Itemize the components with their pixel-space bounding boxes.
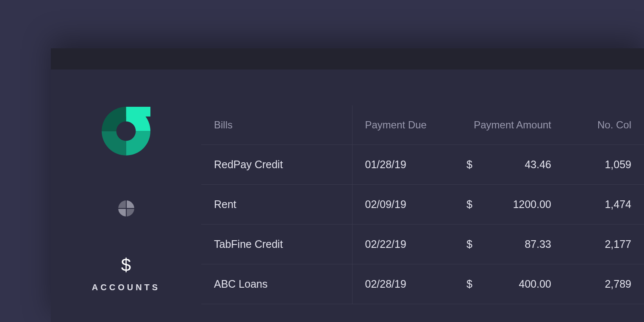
svg-rect-0 [126,107,151,117]
currency-symbol: $ [466,198,472,211]
cell-payment-amount: $1200.00 [454,185,551,225]
bills-table: Bills Payment Due Payment Amount No. Col… [201,105,644,304]
cell-bills: Rent [201,185,352,225]
amount-value: 1200.00 [513,198,551,211]
sidebar: $ ACCOUNTS [51,69,201,322]
nav-item-overview[interactable] [117,200,135,219]
cell-bills: ABC Loans [201,264,352,304]
logo-icon [102,107,150,155]
cell-bills: TabFine Credit [201,225,352,264]
cell-payment-amount: $87.33 [454,225,551,264]
cell-payment-amount: $43.46 [454,145,551,185]
pie-chart-icon [117,200,135,219]
cell-payment-due: 01/28/19 [352,145,454,185]
cell-no-col: 1,059 [551,145,644,185]
window-title-bar [51,48,644,69]
svg-rect-2 [117,208,135,209]
cell-payment-due: 02/09/19 [352,185,454,225]
nav-item-label: ACCOUNTS [92,283,160,292]
cell-payment-due: 02/28/19 [352,264,454,304]
cell-no-col: 1,474 [551,185,644,225]
table-row[interactable]: ABC Loans02/28/19$400.002,789 [201,264,644,304]
cell-payment-amount: $400.00 [454,264,551,304]
amount-value: 43.46 [525,158,551,171]
currency-symbol: $ [466,158,472,171]
table-header-no-col[interactable]: No. Col [551,105,644,145]
cell-no-col: 2,789 [551,264,644,304]
table-header-bills[interactable]: Bills [201,105,352,145]
cell-bills: RedPay Credit [201,145,352,185]
currency-symbol: $ [466,238,472,250]
table-row[interactable]: RedPay Credit01/28/19$43.461,059 [201,145,644,185]
currency-symbol: $ [466,278,472,290]
table-header-payment-due[interactable]: Payment Due [352,105,454,145]
table-row[interactable]: Rent02/09/19$1200.001,474 [201,185,644,225]
table-header-row: Bills Payment Due Payment Amount No. Col [201,105,644,145]
app-window: $ ACCOUNTS Bills Payment Due Payment Amo… [51,48,644,322]
bills-table-body: RedPay Credit01/28/19$43.461,059Rent02/0… [201,145,644,304]
dollar-icon: $ [121,256,131,274]
amount-value: 400.00 [519,278,551,290]
table-header-payment-amount[interactable]: Payment Amount [454,105,551,145]
cell-no-col: 2,177 [551,225,644,264]
main-content: Bills Payment Due Payment Amount No. Col… [201,105,644,304]
amount-value: 87.33 [525,238,551,250]
nav-item-accounts[interactable]: $ ACCOUNTS [92,256,160,292]
cell-payment-due: 02/22/19 [352,225,454,264]
table-row[interactable]: TabFine Credit02/22/19$87.332,177 [201,225,644,264]
